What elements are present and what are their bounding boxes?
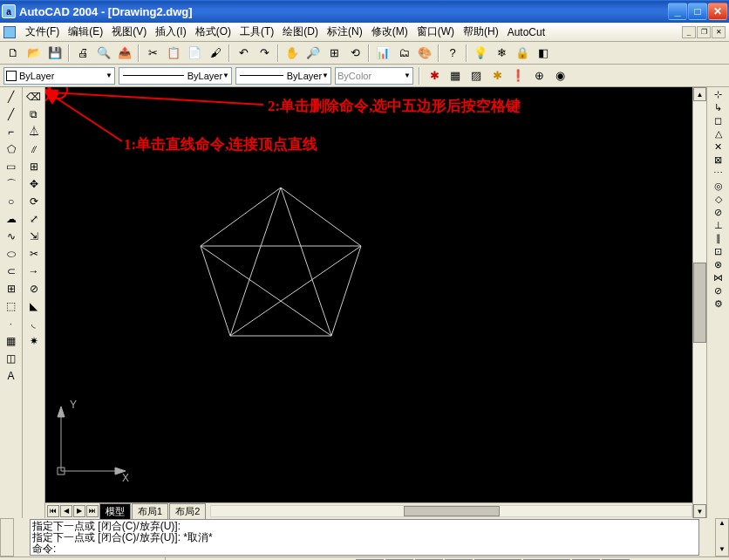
locate-icon[interactable]: ❗ bbox=[509, 67, 527, 85]
array-tool-icon[interactable]: ⊞ bbox=[24, 159, 44, 174]
publish-icon[interactable]: 📤 bbox=[115, 44, 134, 63]
snap-none-icon[interactable]: ⊘ bbox=[714, 285, 722, 297]
menu-autocut[interactable]: AutoCut bbox=[503, 24, 549, 40]
cmd-grip[interactable] bbox=[0, 518, 14, 557]
undo-icon[interactable]: ↶ bbox=[234, 44, 253, 63]
hatch-tool-icon[interactable]: ▦ bbox=[2, 333, 21, 349]
line-tool-icon[interactable]: ╱ bbox=[2, 89, 21, 105]
new-icon[interactable]: 🗋 bbox=[3, 44, 23, 63]
menu-edit[interactable]: 编辑(E) bbox=[64, 23, 107, 41]
menu-help[interactable]: 帮助(H) bbox=[459, 23, 503, 41]
snap-center-icon[interactable]: ◎ bbox=[714, 181, 723, 192]
minimize-button[interactable]: _ bbox=[668, 3, 687, 20]
mass-icon[interactable]: ◉ bbox=[551, 67, 569, 85]
snap-node-icon[interactable]: ⊗ bbox=[714, 259, 722, 270]
temp-track-icon[interactable]: ⊹ bbox=[714, 89, 722, 100]
menu-window[interactable]: 窗口(W) bbox=[412, 23, 459, 41]
scroll-down-icon[interactable]: ▼ bbox=[693, 504, 706, 518]
explode-tool-icon[interactable]: ✷ bbox=[24, 333, 44, 349]
zoom-win-icon[interactable]: ⊞ bbox=[324, 44, 344, 63]
layer-bulb-icon[interactable]: 💡 bbox=[471, 44, 490, 63]
rectangle-tool-icon[interactable]: ▭ bbox=[2, 159, 21, 174]
area-icon[interactable]: ▦ bbox=[446, 67, 464, 85]
open-icon[interactable]: 📂 bbox=[24, 44, 44, 63]
polygon-tool-icon[interactable]: ⬠ bbox=[2, 141, 21, 157]
scroll-up-icon[interactable]: ▲ bbox=[693, 87, 706, 101]
tab-first-icon[interactable]: ⏮ bbox=[47, 505, 59, 517]
arc-tool-icon[interactable]: ⌒ bbox=[2, 176, 21, 192]
snap-nearest-icon[interactable]: ⋈ bbox=[713, 272, 723, 283]
menu-draw[interactable]: 绘图(D) bbox=[278, 23, 323, 41]
move-tool-icon[interactable]: ✥ bbox=[24, 176, 44, 192]
linetype-dropdown[interactable]: ByLayer ▼ bbox=[119, 67, 232, 85]
menu-dimension[interactable]: 标注(N) bbox=[323, 23, 367, 41]
erase-tool-icon[interactable]: ⌫ bbox=[24, 89, 44, 105]
polyline-tool-icon[interactable]: ⌐ bbox=[2, 124, 21, 140]
redo-icon[interactable]: ↷ bbox=[255, 44, 274, 63]
osnap-settings-icon[interactable]: ⚙ bbox=[714, 298, 723, 310]
tab-next-icon[interactable]: ▶ bbox=[73, 505, 85, 517]
menu-tools[interactable]: 工具(T) bbox=[235, 23, 278, 41]
snap-insert-icon[interactable]: ⊡ bbox=[714, 246, 722, 257]
snap-parallel-icon[interactable]: ∥ bbox=[716, 233, 721, 244]
insert-block-icon[interactable]: ⊞ bbox=[2, 281, 21, 297]
paste-icon[interactable]: 📄 bbox=[185, 44, 204, 63]
plotstyle-dropdown[interactable]: ByColor ▼ bbox=[335, 67, 413, 85]
properties-icon[interactable]: 📊 bbox=[373, 44, 392, 63]
command-line[interactable]: 指定下一点或 [闭合(C)/放弃(U)]: 指定下一点或 [闭合(C)/放弃(U… bbox=[30, 519, 699, 556]
match-icon[interactable]: 🖌 bbox=[206, 44, 225, 63]
region-icon[interactable]: ▨ bbox=[467, 67, 485, 85]
tool-palettes-icon[interactable]: 🎨 bbox=[415, 44, 434, 63]
mdi-close[interactable]: ✕ bbox=[712, 26, 726, 38]
mdi-minimize[interactable]: _ bbox=[682, 26, 696, 38]
zoom-rt-icon[interactable]: 🔎 bbox=[303, 44, 323, 63]
mdi-restore[interactable]: ❐ bbox=[697, 26, 711, 38]
zoom-prev-icon[interactable]: ⟲ bbox=[345, 44, 364, 63]
chamfer-tool-icon[interactable]: ◣ bbox=[24, 298, 44, 314]
close-button[interactable]: ✕ bbox=[708, 3, 727, 20]
snap-endpoint-icon[interactable]: ◻ bbox=[714, 115, 722, 126]
pan-icon[interactable]: ✋ bbox=[283, 44, 302, 63]
tab-prev-icon[interactable]: ◀ bbox=[60, 505, 72, 517]
tab-last-icon[interactable]: ⏭ bbox=[86, 505, 99, 517]
tab-model[interactable]: 模型 bbox=[99, 503, 131, 519]
snap-from-icon[interactable]: ↳ bbox=[714, 102, 722, 113]
save-icon[interactable]: 💾 bbox=[45, 44, 65, 63]
menu-format[interactable]: 格式(O) bbox=[191, 23, 235, 41]
vscroll-thumb[interactable] bbox=[693, 263, 706, 343]
preview-icon[interactable]: 🔍 bbox=[94, 44, 113, 63]
drawing-canvas[interactable]: Y X 2:单击删除命令,选中五边形后按空格键 1:单击直线命令,连接顶点直线 bbox=[45, 87, 692, 502]
copy-tool-icon[interactable]: ⧉ bbox=[24, 106, 44, 122]
stretch-tool-icon[interactable]: ⇲ bbox=[24, 229, 44, 244]
ellipse-arc-tool-icon[interactable]: ⊂ bbox=[2, 263, 21, 279]
tab-layout1[interactable]: 布局1 bbox=[132, 503, 168, 519]
cmd-vscroll[interactable]: ▲ ▼ bbox=[715, 518, 729, 557]
layer-dropdown[interactable]: ByLayer ▼ bbox=[3, 67, 115, 85]
circle-tool-icon[interactable]: ○ bbox=[2, 194, 21, 209]
snap-quadrant-icon[interactable]: ◇ bbox=[715, 194, 722, 205]
snap-extension-icon[interactable]: ⋯ bbox=[713, 167, 723, 179]
menu-file[interactable]: 文件(F) bbox=[21, 23, 64, 41]
make-block-icon[interactable]: ⬚ bbox=[2, 298, 21, 314]
region-tool-icon[interactable]: ◫ bbox=[2, 351, 21, 366]
cut-icon[interactable]: ✂ bbox=[143, 44, 162, 63]
trim-tool-icon[interactable]: ✂ bbox=[24, 246, 44, 262]
spline-tool-icon[interactable]: ∿ bbox=[2, 229, 21, 244]
copy-icon[interactable]: 📋 bbox=[164, 44, 183, 63]
dist-icon[interactable]: ✱ bbox=[426, 67, 443, 85]
mtext-tool-icon[interactable]: A bbox=[2, 368, 21, 384]
offset-tool-icon[interactable]: ⫽ bbox=[24, 141, 44, 157]
print-icon[interactable]: 🖨 bbox=[73, 44, 92, 63]
menu-modify[interactable]: 修改(M) bbox=[367, 23, 412, 41]
xline-tool-icon[interactable]: ╱ bbox=[2, 106, 21, 122]
revcloud-tool-icon[interactable]: ☁ bbox=[2, 211, 21, 227]
hscroll-thumb[interactable] bbox=[404, 506, 500, 516]
mirror-tool-icon[interactable]: ⏃ bbox=[24, 124, 44, 140]
menu-view[interactable]: 视图(V) bbox=[107, 23, 151, 41]
snap-perp-icon[interactable]: ⊥ bbox=[714, 220, 723, 231]
maximize-button[interactable]: □ bbox=[688, 3, 707, 20]
design-center-icon[interactable]: 🗂 bbox=[394, 44, 413, 63]
help-icon[interactable]: ? bbox=[443, 44, 462, 63]
snap-apparent-icon[interactable]: ⊠ bbox=[714, 154, 722, 166]
layer-color-icon[interactable]: ◧ bbox=[534, 44, 553, 63]
